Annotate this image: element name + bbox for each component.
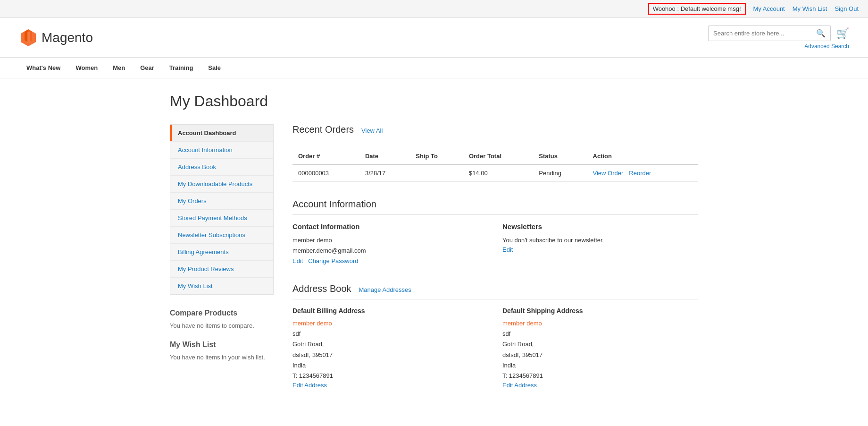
change-password-link[interactable]: Change Password xyxy=(308,257,358,264)
orders-col-date: Date xyxy=(359,148,410,165)
shipping-line2: Gotri Road, xyxy=(502,341,534,348)
sidebar-nav: Account DashboardAccount InformationAddr… xyxy=(170,124,274,295)
orders-table: Order #DateShip ToOrder TotalStatusActio… xyxy=(292,148,698,182)
order-date: 3/28/17 xyxy=(359,165,410,182)
shipping-line3: dsfsdf, 395017 xyxy=(502,351,542,358)
order-total: $14.00 xyxy=(463,165,533,182)
billing-line1: sdf xyxy=(292,330,300,337)
shipping-address-block: Default Shipping Address member demo sdf… xyxy=(502,307,698,389)
edit-newsletter-link[interactable]: Edit xyxy=(502,246,513,253)
view-order-link[interactable]: View Order xyxy=(593,170,624,177)
recent-orders-title: Recent Orders xyxy=(292,124,354,135)
order-ship-to xyxy=(410,165,463,182)
address-book-header: Address Book Manage Addresses xyxy=(292,283,698,299)
advanced-search-link[interactable]: Advanced Search xyxy=(804,43,849,50)
nav-item-men[interactable]: Men xyxy=(105,58,133,78)
order-status: Pending xyxy=(533,165,587,182)
cart-icon[interactable]: 🛒 xyxy=(836,27,849,40)
shipping-country: India xyxy=(502,362,516,369)
recent-orders-section: Recent Orders View All Order #DateShip T… xyxy=(292,124,698,182)
nav-item-women[interactable]: Women xyxy=(68,58,105,78)
nav-item-training[interactable]: Training xyxy=(162,58,201,78)
sidebar-item-billing-agreements[interactable]: Billing Agreements xyxy=(170,244,273,260)
shipping-line1: sdf xyxy=(502,330,510,337)
account-information-section: Account Information Contact Information … xyxy=(292,199,698,266)
magento-logo-icon xyxy=(19,28,38,47)
account-info-grid: Contact Information member demo member.d… xyxy=(292,222,698,266)
sidebar-item-my-wish-list[interactable]: My Wish List xyxy=(170,278,273,294)
wishlist-block: My Wish List You have no items in your w… xyxy=(170,341,274,361)
address-book-title: Address Book xyxy=(292,283,351,294)
nav-item-sale[interactable]: Sale xyxy=(200,58,228,78)
header-right: 🔍 🛒 Advanced Search xyxy=(708,26,849,50)
top-bar: Woohoo : Default welcome msg! My Account… xyxy=(0,0,868,18)
orders-col-action: Action xyxy=(587,148,698,165)
contact-name: member demo xyxy=(292,235,488,246)
orders-col-status: Status xyxy=(533,148,587,165)
billing-address-block: Default Billing Address member demo sdf … xyxy=(292,307,488,389)
signout-link[interactable]: Sign Out xyxy=(835,5,859,12)
contact-info-block: Contact Information member demo member.d… xyxy=(292,222,488,266)
sidebar-item-newsletter-subscriptions[interactable]: Newsletter Subscriptions xyxy=(170,227,273,243)
orders-col-ship-to: Ship To xyxy=(410,148,463,165)
sidebar-item-my-downloadable-products[interactable]: My Downloadable Products xyxy=(170,176,273,192)
sidebar-item-address-book[interactable]: Address Book xyxy=(170,159,273,175)
table-row: 0000000033/28/17$14.00PendingView OrderR… xyxy=(292,165,698,182)
account-info-header: Account Information xyxy=(292,199,698,215)
search-input[interactable] xyxy=(713,30,816,37)
logo-text: Magento xyxy=(42,30,93,45)
account-info-title: Account Information xyxy=(292,199,376,210)
nav-item-gear[interactable]: Gear xyxy=(133,58,162,78)
view-all-orders-link[interactable]: View All xyxy=(361,127,383,134)
billing-line2: Gotri Road, xyxy=(292,341,324,348)
compare-products-block: Compare Products You have no items to co… xyxy=(170,309,274,329)
order-action: View OrderReorder xyxy=(587,165,698,182)
compare-products-title: Compare Products xyxy=(170,309,274,317)
my-wishlist-link[interactable]: My Wish List xyxy=(793,5,827,12)
sidebar: Account DashboardAccount InformationAddr… xyxy=(170,124,274,372)
search-row: 🔍 🛒 xyxy=(708,26,849,41)
shipping-address-title: Default Shipping Address xyxy=(502,307,698,315)
billing-name: member demo xyxy=(292,320,332,327)
sidebar-item-my-orders[interactable]: My Orders xyxy=(170,193,273,209)
my-account-link[interactable]: My Account xyxy=(753,5,785,12)
search-box[interactable]: 🔍 xyxy=(708,26,831,41)
wishlist-sidebar-title: My Wish List xyxy=(170,341,274,349)
manage-addresses-link[interactable]: Manage Addresses xyxy=(359,286,411,293)
edit-shipping-address-link[interactable]: Edit Address xyxy=(502,382,537,389)
orders-col-order-total: Order Total xyxy=(463,148,533,165)
sidebar-blocks: Compare Products You have no items to co… xyxy=(170,309,274,361)
orders-col-order-#: Order # xyxy=(292,148,359,165)
shipping-phone: T: 1234567891 xyxy=(502,372,543,379)
sidebar-item-stored-payment-methods[interactable]: Stored Payment Methods xyxy=(170,210,273,226)
newsletter-block: Newsletters You don't subscribe to our n… xyxy=(502,222,698,266)
billing-line3: dsfsdf, 395017 xyxy=(292,351,333,358)
dashboard-layout: Account DashboardAccount InformationAddr… xyxy=(170,124,698,406)
sidebar-item-my-product-reviews[interactable]: My Product Reviews xyxy=(170,261,273,277)
nav-item-what's-new[interactable]: What's New xyxy=(19,58,68,78)
contact-info-title: Contact Information xyxy=(292,222,488,230)
edit-billing-address-link[interactable]: Edit Address xyxy=(292,382,327,389)
edit-contact-link[interactable]: Edit xyxy=(292,257,303,264)
page-content: My Dashboard Account DashboardAccount In… xyxy=(151,78,717,420)
billing-country: India xyxy=(292,362,306,369)
compare-products-text: You have no items to compare. xyxy=(170,322,274,329)
sidebar-item-account-dashboard[interactable]: Account Dashboard xyxy=(170,125,273,141)
order-number: 000000003 xyxy=(292,165,359,182)
page-title: My Dashboard xyxy=(170,93,698,110)
logo[interactable]: Magento xyxy=(19,28,93,47)
billing-address-title: Default Billing Address xyxy=(292,307,488,315)
contact-email: member.demo@gmail.com xyxy=(292,246,488,256)
address-grid: Default Billing Address member demo sdf … xyxy=(292,307,698,389)
svg-rect-3 xyxy=(27,32,30,43)
main-content: Recent Orders View All Order #DateShip T… xyxy=(292,124,698,406)
sidebar-item-account-information[interactable]: Account Information xyxy=(170,142,273,158)
shipping-name: member demo xyxy=(502,320,542,327)
search-button[interactable]: 🔍 xyxy=(816,29,826,38)
recent-orders-header: Recent Orders View All xyxy=(292,124,698,140)
address-book-section: Address Book Manage Addresses Default Bi… xyxy=(292,283,698,389)
reorder-link[interactable]: Reorder xyxy=(629,170,651,177)
newsletter-title: Newsletters xyxy=(502,222,698,230)
main-nav: What's NewWomenMenGearTrainingSale xyxy=(0,58,868,78)
site-header: Magento 🔍 🛒 Advanced Search xyxy=(0,18,868,58)
